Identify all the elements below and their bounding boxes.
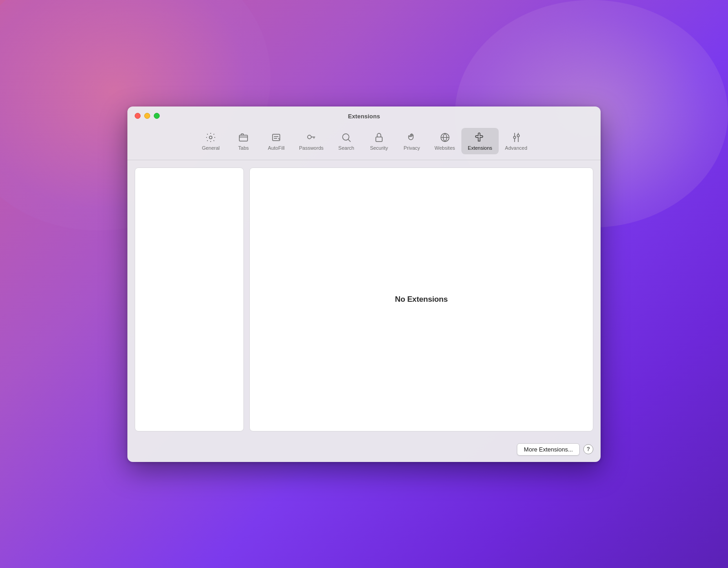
- tab-general[interactable]: General: [194, 128, 227, 154]
- svg-point-5: [308, 135, 311, 139]
- tab-autofill[interactable]: AutoFill: [260, 128, 293, 154]
- svg-point-11: [517, 134, 520, 137]
- tab-websites[interactable]: Websites: [428, 128, 461, 154]
- gear-icon: [205, 132, 216, 143]
- tab-tabs[interactable]: Tabs: [227, 128, 260, 154]
- tab-passwords-label: Passwords: [299, 145, 324, 151]
- more-extensions-button[interactable]: More Extensions...: [517, 443, 580, 456]
- tab-extensions-label: Extensions: [468, 145, 492, 151]
- traffic-lights: [135, 113, 160, 119]
- tab-advanced[interactable]: Advanced: [499, 128, 534, 154]
- tab-general-label: General: [202, 145, 220, 151]
- svg-point-10: [514, 136, 516, 138]
- preferences-window: Extensions General Tabs: [127, 106, 601, 462]
- hand-icon: [406, 132, 417, 143]
- tab-autofill-label: AutoFill: [268, 145, 285, 151]
- tab-tabs-label: Tabs: [238, 145, 249, 151]
- extensions-list-panel: [135, 167, 244, 431]
- key-icon: [306, 132, 317, 143]
- svg-rect-8: [376, 137, 382, 142]
- tab-extensions[interactable]: Extensions: [461, 128, 499, 154]
- svg-rect-1: [239, 135, 248, 141]
- close-button[interactable]: [135, 113, 141, 119]
- content-area: No Extensions: [135, 167, 593, 431]
- tabs-icon: [238, 132, 249, 143]
- footer: More Extensions... ?: [127, 439, 601, 462]
- advanced-gear-icon: [511, 132, 521, 143]
- lock-icon: [374, 132, 384, 143]
- tab-search-label: Search: [339, 145, 354, 151]
- tab-security[interactable]: Security: [363, 128, 395, 154]
- tab-websites-label: Websites: [435, 145, 455, 151]
- maximize-button[interactable]: [154, 113, 160, 119]
- tab-privacy-label: Privacy: [404, 145, 420, 151]
- extensions-icon: [475, 132, 485, 143]
- toolbar: General Tabs AutoFill: [127, 124, 601, 160]
- svg-rect-2: [273, 134, 280, 141]
- tab-privacy[interactable]: Privacy: [395, 128, 428, 154]
- tab-passwords[interactable]: Passwords: [293, 128, 330, 154]
- tab-search[interactable]: Search: [330, 128, 363, 154]
- help-button[interactable]: ?: [583, 444, 593, 454]
- svg-line-7: [349, 139, 351, 142]
- title-bar: Extensions: [127, 106, 601, 124]
- globe-icon: [440, 132, 450, 143]
- no-extensions-label: No Extensions: [395, 295, 448, 304]
- tab-advanced-label: Advanced: [505, 145, 527, 151]
- svg-point-6: [343, 134, 349, 140]
- tab-security-label: Security: [370, 145, 388, 151]
- minimize-button[interactable]: [144, 113, 150, 119]
- svg-point-0: [209, 136, 212, 139]
- extensions-detail-panel: No Extensions: [249, 167, 593, 431]
- autofill-icon: [271, 132, 282, 143]
- search-icon: [341, 132, 352, 143]
- window-title: Extensions: [348, 113, 380, 120]
